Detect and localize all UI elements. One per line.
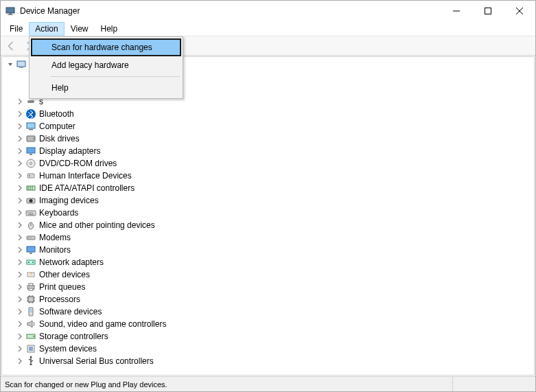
- dropdown-scan-hardware[interactable]: Scan for hardware changes: [31, 38, 181, 56]
- status-text: Scan for changed or new Plug and Play de…: [5, 377, 453, 391]
- category-label: Processors: [39, 295, 80, 304]
- category-label: Computer: [39, 122, 75, 131]
- expand-arrow-right-icon[interactable]: [16, 233, 24, 242]
- action-dropdown: Scan for hardware changes Add legacy har…: [29, 36, 183, 99]
- expand-arrow-right-icon[interactable]: [16, 135, 24, 143]
- svg-rect-39: [27, 260, 35, 264]
- svg-point-35: [28, 238, 30, 239]
- tree-category-row[interactable]: System devices: [3, 343, 534, 355]
- tree-category-row[interactable]: ?Other devices: [3, 268, 534, 281]
- printer-icon: [25, 281, 36, 292]
- modem-icon: [25, 232, 36, 243]
- expand-arrow-right-icon[interactable]: [16, 270, 24, 279]
- dropdown-add-legacy[interactable]: Add legacy hardware: [31, 56, 181, 74]
- hid-icon: [25, 170, 36, 181]
- tree-category-row[interactable]: Keyboards: [3, 207, 534, 219]
- tree-category-row[interactable]: Processors: [3, 293, 534, 305]
- expand-arrow-right-icon[interactable]: [16, 258, 24, 266]
- minimize-button[interactable]: [441, 1, 472, 21]
- category-label: Software devices: [39, 307, 102, 316]
- category-label: Imaging devices: [39, 196, 99, 205]
- expand-arrow-right-icon[interactable]: [16, 172, 24, 180]
- tree-category-row[interactable]: Bluetooth: [3, 108, 534, 120]
- expand-arrow-down-icon[interactable]: [6, 60, 14, 69]
- svg-point-26: [30, 199, 33, 203]
- window-controls: [441, 1, 535, 21]
- device-manager-window: Device Manager File Action View Help: [0, 0, 536, 392]
- tree-category-row[interactable]: Mice and other pointing devices: [3, 219, 534, 231]
- tree-category-row[interactable]: Disk drives: [3, 132, 534, 145]
- device-tree-pane[interactable]: s BluetoothComputerDisk drivesDisplay ad…: [1, 56, 535, 376]
- tree-category-row[interactable]: Display adapters: [3, 145, 534, 157]
- expand-arrow-right-icon[interactable]: [16, 345, 24, 353]
- category-label: Other devices: [39, 270, 90, 279]
- tree-category-row[interactable]: Human Interface Devices: [3, 170, 534, 182]
- tree-category-row[interactable]: DVD/CD-ROM drives: [3, 157, 534, 170]
- expand-arrow-right-icon[interactable]: [16, 357, 24, 365]
- tree-category-row[interactable]: Imaging devices: [3, 194, 534, 207]
- tree-category-row[interactable]: Universal Serial Bus controllers: [3, 355, 534, 367]
- svg-rect-2: [8, 14, 13, 15]
- menu-action[interactable]: Action: [29, 22, 64, 36]
- menu-file[interactable]: File: [3, 22, 29, 36]
- menu-help[interactable]: Help: [95, 22, 124, 36]
- tree-category-row[interactable]: Storage controllers: [3, 330, 534, 343]
- expand-arrow-right-icon[interactable]: [16, 184, 24, 192]
- menu-view[interactable]: View: [65, 22, 95, 36]
- svg-rect-31: [28, 214, 34, 215]
- category-label: System devices: [39, 344, 97, 354]
- svg-rect-28: [27, 212, 29, 214]
- tree-category-row[interactable]: IDE ATA/ATAPI controllers: [3, 182, 534, 194]
- svg-rect-46: [29, 288, 33, 290]
- tree-category-row[interactable]: Modems: [3, 231, 534, 244]
- svg-rect-12: [29, 129, 33, 130]
- svg-rect-8: [19, 67, 23, 68]
- ide-icon: [25, 183, 36, 194]
- dvd-icon: [25, 158, 36, 169]
- mouse-icon: [25, 220, 36, 231]
- sound-icon: [25, 319, 36, 330]
- svg-rect-40: [28, 262, 30, 263]
- category-label: Network adapters: [39, 257, 104, 267]
- menubar: File Action View Help: [1, 21, 535, 36]
- expand-arrow-right-icon[interactable]: [16, 209, 24, 217]
- tree-category-row[interactable]: Computer: [3, 120, 534, 132]
- svg-rect-11: [27, 123, 35, 128]
- category-label: Print queues: [39, 282, 85, 292]
- expand-arrow-right-icon[interactable]: [16, 122, 24, 130]
- expand-arrow-right-icon[interactable]: [16, 320, 24, 328]
- storage-icon: [25, 331, 36, 342]
- svg-rect-57: [30, 309, 32, 312]
- tree-category-row[interactable]: Software devices: [3, 305, 534, 318]
- imaging-icon: [25, 195, 36, 206]
- tree-category-row[interactable]: Monitors: [3, 244, 534, 256]
- dropdown-help[interactable]: Help: [31, 79, 181, 97]
- usb-icon: [25, 356, 36, 367]
- expand-arrow-right-icon[interactable]: [16, 159, 24, 168]
- maximize-button[interactable]: [472, 1, 504, 21]
- tree-category-row[interactable]: Print queues: [3, 281, 534, 293]
- expand-arrow-right-icon[interactable]: [16, 332, 24, 341]
- expand-arrow-right-icon[interactable]: [16, 295, 24, 303]
- expand-arrow-right-icon[interactable]: [16, 110, 24, 118]
- category-label: IDE ATA/ATAPI controllers: [39, 183, 135, 193]
- svg-point-62: [30, 356, 32, 358]
- expand-arrow-right-icon[interactable]: [16, 147, 24, 155]
- category-label: Bluetooth: [39, 109, 74, 119]
- tree-category-row[interactable]: Network adapters: [3, 256, 534, 268]
- system-icon: [25, 343, 36, 354]
- tree-category-row[interactable]: Sound, video and game controllers: [3, 318, 534, 330]
- expand-arrow-right-icon[interactable]: [16, 221, 24, 229]
- close-button[interactable]: [504, 1, 535, 21]
- expand-arrow-right-icon[interactable]: [16, 196, 24, 205]
- expand-arrow-right-icon[interactable]: [16, 97, 24, 106]
- expand-arrow-right-icon[interactable]: [16, 308, 24, 316]
- svg-rect-0: [6, 8, 14, 13]
- dropdown-item-label: Add legacy hardware: [51, 60, 129, 70]
- dropdown-item-label: Help: [51, 83, 69, 93]
- expand-arrow-right-icon[interactable]: [16, 246, 24, 254]
- software-icon: [25, 306, 36, 317]
- back-button[interactable]: [3, 38, 19, 54]
- status-panel-right: [453, 377, 535, 391]
- expand-arrow-right-icon[interactable]: [16, 283, 24, 291]
